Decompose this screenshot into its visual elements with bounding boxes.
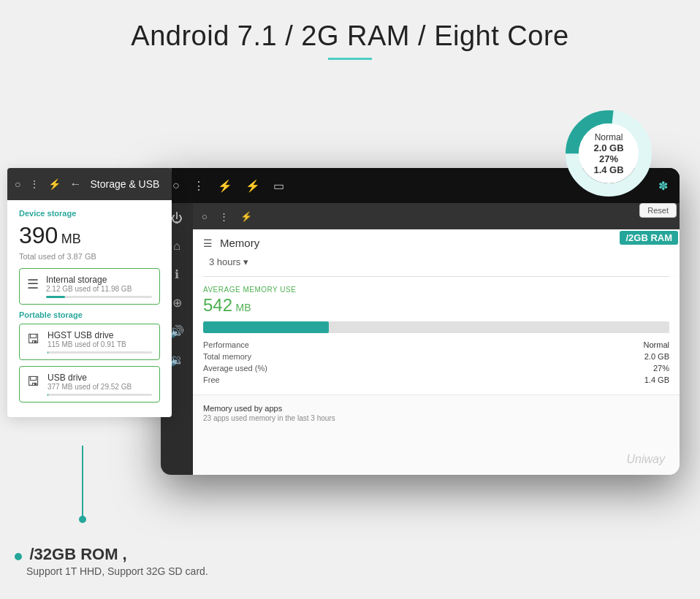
topbar-icon-usb1: ⚡ (218, 179, 232, 193)
memory-apps: Memory used by apps 23 apps used memory … (193, 394, 680, 431)
internal-name: Internal storage (46, 275, 152, 285)
usb-info: USB drive 377 MB used of 29.52 GB (47, 373, 152, 396)
usb-item[interactable]: 🖫 USB drive 377 MB used of 29.52 GB (19, 366, 160, 402)
memory-bar-fill (203, 321, 329, 333)
internal-icon: ☰ (27, 276, 39, 292)
avg-unit: MB (236, 302, 251, 313)
connector-line (82, 446, 83, 519)
memory-header: ☰ Memory (193, 229, 680, 253)
page-header: Android 7.1 / 2G RAM / Eight Core (0, 0, 700, 67)
storage-body: Device storage 390 MB Total used of 3.87… (7, 200, 172, 417)
stat-avgpct-label: Average used (%) (203, 364, 267, 373)
nav-home[interactable]: ⌂ (173, 240, 180, 253)
stat-avgpct-value: 27% (653, 364, 669, 373)
topbar-icon-bt: ✽ (658, 179, 668, 193)
stats-table: Performance Normal Total memory 2.0 GB A… (203, 339, 669, 386)
storage-free: 390 MB (19, 222, 160, 249)
stat-performance: Performance Normal (203, 339, 669, 351)
hgst-icon: 🖫 (27, 332, 40, 347)
storage-title: Storage & USB (90, 178, 159, 190)
hgst-size: 115 MB used of 0.91 TB (47, 340, 152, 348)
hgst-name: HGST USB drive (47, 330, 152, 340)
usb-bar (47, 394, 152, 396)
stat-free-value: 1.4 GB (644, 375, 669, 384)
hgst-item[interactable]: 🖫 HGST USB drive 115 MB used of 0.91 TB (19, 324, 160, 360)
nav-vol-down[interactable]: 🔉 (170, 353, 184, 367)
nav-power[interactable]: ⏻ (171, 212, 183, 225)
portable-label: Portable storage (19, 310, 160, 319)
free-label: Total used of 3.87 GB (19, 252, 160, 261)
annotation-title: /32GB ROM , (29, 545, 126, 563)
donut-free: 1.4 GB (593, 164, 623, 175)
storage-icon1: ○ (15, 178, 20, 190)
stat-total-value: 2.0 GB (644, 352, 669, 361)
ram-label: /2GB RAM (620, 231, 678, 245)
usb-size: 377 MB used of 29.52 GB (47, 383, 152, 391)
topbar-icon-menu: ⋮ (193, 179, 205, 193)
stat-total-label: Total memory (203, 352, 251, 361)
apps-subtitle: 23 apps used memory in the last 3 hours (203, 414, 669, 422)
memory-menu-icon: ☰ (203, 237, 213, 249)
memory-title: Memory (220, 237, 259, 249)
internal-bar (46, 296, 152, 298)
free-amount: 390 (19, 222, 58, 248)
internal-storage-item[interactable]: ☰ Internal storage 2.12 GB used of 11.98… (19, 268, 160, 305)
internal-size: 2.12 GB used of 11.98 GB (46, 285, 152, 293)
memory-stats: Average memory use 542 MB Performance No… (193, 277, 680, 394)
watermark: Uniway (627, 453, 665, 466)
apps-title: Memory used by apps (203, 404, 669, 413)
time-button[interactable]: 3 hours ▾ (203, 253, 254, 270)
nav-add[interactable]: ⊕ (172, 296, 182, 310)
topbar-icon-usb2: ⚡ (246, 179, 260, 193)
memory-bar-container (203, 321, 669, 333)
device-screen: ⏻ ⌂ ℹ ⊕ 🔊 🔉 ○ ⋮ ⚡ ☰ Memory (161, 203, 680, 475)
donut-normal: Normal (593, 132, 623, 142)
screen-icon-circle: ○ (202, 211, 208, 222)
avg-value: 542 (203, 295, 232, 315)
stat-free-label: Free (203, 375, 220, 384)
avg-label: Average memory use (203, 286, 669, 294)
back-icon[interactable]: ← (69, 178, 81, 191)
stat-performance-value: Normal (644, 340, 669, 349)
annotation-title-line: /32GB ROM , (15, 545, 208, 564)
topbar-icon-disp: ▭ (273, 179, 284, 193)
donut-pct: 27% (593, 153, 623, 164)
storage-icon2: ⋮ (29, 178, 39, 190)
page-title: Android 7.1 / 2G RAM / Eight Core (0, 20, 700, 52)
stat-total: Total memory 2.0 GB (203, 351, 669, 362)
device-storage-label: Device storage (19, 209, 160, 218)
portable-section: Portable storage 🖫 HGST USB drive 115 MB… (19, 310, 160, 402)
nav-info[interactable]: ℹ (175, 267, 179, 281)
screen-topbar: ○ ⋮ ⚡ (193, 203, 680, 229)
topbar-icon-circle: ○ (172, 179, 180, 192)
hgst-bar (47, 351, 152, 354)
screen-content: ○ ⋮ ⚡ ☰ Memory 3 hours ▾ (193, 203, 680, 475)
annotation-dot (15, 553, 22, 560)
donut-total: 2.0 GB (593, 142, 623, 153)
hgst-bar-fill (47, 351, 48, 354)
storage-icon3: ⚡ (48, 178, 61, 190)
reset-button[interactable]: Reset (639, 203, 677, 218)
hgst-info: HGST USB drive 115 MB used of 0.91 TB (47, 330, 152, 354)
bottom-annotations: /32GB ROM , Support 1T HHD, Support 32G … (15, 545, 208, 577)
connector-dot (79, 516, 86, 523)
storage-panel: ○ ⋮ ⚡ ← Storage & USB Device storage 390… (7, 168, 172, 417)
time-value: 3 hours (209, 256, 240, 267)
screen-icon-menu: ⋮ (219, 211, 229, 222)
car-stereo: ○ ⋮ ⚡ ⚡ ▭ ✽ ⏻ ⌂ ℹ ⊕ 🔊 🔉 ○ (161, 168, 680, 475)
stat-free: Free 1.4 GB (203, 374, 669, 386)
usb-bar-fill (47, 394, 48, 396)
usb-icon: 🖫 (27, 374, 40, 389)
internal-bar-fill (46, 296, 65, 298)
annotation-subtitle: Support 1T HHD, Support 32G SD card. (26, 565, 208, 577)
donut-chart: Normal 2.0 GB 27% 1.4 GB (561, 106, 656, 201)
nav-vol-up[interactable]: 🔊 (170, 324, 184, 338)
chevron-down-icon: ▾ (243, 256, 248, 267)
donut-labels: Normal 2.0 GB 27% 1.4 GB (593, 132, 623, 175)
usb-name: USB drive (47, 373, 152, 383)
screen-icon-usb: ⚡ (240, 211, 252, 222)
free-unit: MB (61, 232, 81, 246)
stat-avgpct: Average used (%) 27% (203, 362, 669, 374)
title-underline (328, 58, 372, 60)
device-area: ○ ⋮ ⚡ ⚡ ▭ ✽ ⏻ ⌂ ℹ ⊕ 🔊 🔉 ○ (161, 168, 700, 599)
